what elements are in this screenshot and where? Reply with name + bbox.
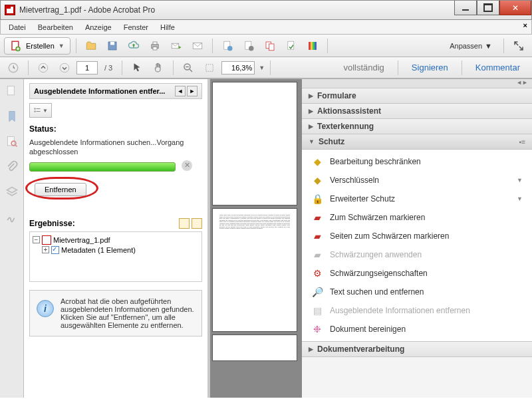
pdf-tool-button[interactable]: [261, 37, 279, 55]
panel-view-button[interactable]: ▼: [29, 103, 52, 118]
toolbar-nav: / 3 ▼ vollständig Signieren Kommentar: [0, 57, 532, 78]
accordion-dokumentverarbeitung[interactable]: ▶Dokumentverarbeitung: [302, 342, 532, 357]
save-button[interactable]: [103, 37, 122, 55]
thumbnail-page-3[interactable]: [212, 334, 297, 361]
fit-label[interactable]: vollständig: [335, 63, 392, 72]
svg-point-21: [39, 63, 48, 72]
results-heading: Ergebnisse:: [29, 219, 75, 228]
svg-rect-14: [269, 44, 274, 51]
close-button[interactable]: ✕: [499, 1, 531, 15]
mark-pages-redaction-item[interactable]: ▰Seiten zum Schwärzen markieren: [302, 227, 532, 245]
tree-file-row[interactable]: − Mietvertrag_1.pdf: [33, 235, 199, 245]
window-titlebar: Mietvertrag_1.pdf - Adobe Acrobat Pro ✕: [0, 0, 532, 20]
sign-tab[interactable]: Signieren: [404, 63, 456, 72]
comment-tab[interactable]: Kommentar: [467, 63, 528, 72]
zoom-input[interactable]: [221, 61, 255, 74]
redaction-properties-item[interactable]: ⚙Schwärzungseigenschaften: [302, 264, 532, 283]
cloud-upload-icon: [128, 40, 140, 52]
print-button[interactable]: [146, 37, 164, 55]
tree-metadata-row[interactable]: + Metadaten (1 Element): [42, 245, 199, 255]
hand-tool-button[interactable]: [149, 59, 168, 76]
remove-button[interactable]: Entfernen: [35, 183, 86, 196]
advanced-protection-item[interactable]: 🔒Erweiterter Schutz▼: [302, 190, 532, 208]
svg-rect-28: [35, 108, 36, 110]
select-tool-button[interactable]: [128, 59, 146, 76]
maximize-button[interactable]: [477, 1, 499, 15]
toolbar-main: Erstellen ▼ Anpassen ▼: [0, 35, 532, 57]
expand-icon: [513, 40, 525, 52]
checkbox-checked-icon[interactable]: [51, 246, 59, 254]
export-button[interactable]: [218, 37, 237, 55]
menu-edit[interactable]: Bearbeiten: [33, 22, 78, 33]
thumbnail-page-1[interactable]: [212, 82, 297, 205]
expand-all-icon[interactable]: [179, 218, 190, 229]
collapse-all-icon[interactable]: [192, 218, 202, 229]
search-icon[interactable]: [5, 135, 19, 148]
create-button[interactable]: Erstellen ▼: [4, 37, 70, 55]
menu-file[interactable]: Datei: [3, 22, 31, 33]
zoom-marquee-button[interactable]: [200, 59, 219, 76]
layers-icon[interactable]: [5, 186, 19, 199]
page-number-input[interactable]: [76, 61, 98, 74]
expand-icon[interactable]: +: [42, 246, 49, 253]
restrict-editing-item[interactable]: ◆Bearbeitung beschränken: [302, 152, 532, 171]
list-icon: [33, 106, 41, 114]
window-controls: ✕: [454, 1, 531, 15]
svg-rect-29: [37, 108, 41, 109]
panel-menu-icon[interactable]: ▪≡: [519, 138, 525, 146]
page-down-button[interactable]: [55, 59, 74, 76]
menu-help[interactable]: Hilfe: [155, 22, 180, 33]
zoom-dropdown-icon[interactable]: ▼: [257, 65, 265, 71]
svg-point-10: [227, 46, 233, 51]
item-label: Schwärzungen anwenden: [330, 250, 422, 259]
item-label: Ausgeblendete Informationen entfernen: [330, 306, 470, 315]
accordion-schutz[interactable]: ▼Schutz▪≡: [302, 134, 532, 150]
encrypt-item[interactable]: ◆Verschlüsseln▼: [302, 171, 532, 190]
status-text: Ausgeblendete Informationen suchen...Vor…: [29, 138, 202, 157]
customize-button[interactable]: Anpassen ▼: [444, 37, 498, 55]
accordion-formulare[interactable]: ▶Formulare: [302, 88, 532, 104]
signatures-icon[interactable]: [5, 211, 19, 224]
cloud-button[interactable]: [124, 37, 143, 55]
cursor-icon: [131, 62, 143, 74]
accordion-label: Aktionsassistent: [317, 106, 381, 116]
accordion-texterkennung[interactable]: ▶Texterkennung: [302, 119, 532, 134]
page-up-button[interactable]: [34, 59, 53, 76]
redact-apply-icon: ▰: [311, 249, 323, 261]
accordion-aktionsassistent[interactable]: ▶Aktionsassistent: [302, 104, 532, 119]
recent-button[interactable]: [4, 59, 23, 76]
thumbnails-icon[interactable]: [5, 84, 19, 98]
tree-metadata-label: Metadaten (1 Element): [61, 246, 136, 254]
floppy-icon: [106, 40, 118, 52]
tools-panel-toggle[interactable]: ◄►: [302, 79, 532, 88]
search-remove-item[interactable]: 🔎Text suchen und entfernen: [302, 283, 532, 301]
collapse-icon[interactable]: −: [33, 236, 40, 243]
panel-title: Ausgeblendete Informationen entfer...: [34, 87, 165, 95]
share-button[interactable]: [167, 37, 186, 55]
app-icon: [5, 5, 15, 15]
accordion-label: Schutz: [319, 137, 344, 146]
email-button[interactable]: [188, 37, 207, 55]
panel-prev-button[interactable]: ◄: [175, 86, 186, 96]
sign-tool-button[interactable]: [282, 37, 301, 55]
fullscreen-button[interactable]: [509, 37, 528, 55]
mark-redaction-item[interactable]: ▰Zum Schwärzen markieren: [302, 208, 532, 227]
create-label: Erstellen: [26, 42, 55, 50]
edit-button[interactable]: [239, 37, 258, 55]
minimize-button[interactable]: [454, 1, 477, 15]
multimedia-button[interactable]: [303, 37, 322, 55]
dropdown-icon: ▼: [43, 108, 48, 114]
progress-cancel-button[interactable]: ✕: [182, 160, 192, 171]
attachments-icon[interactable]: [5, 160, 19, 174]
open-button[interactable]: [82, 37, 100, 55]
hidden-remove-icon: ▤: [311, 305, 323, 317]
zoom-out-button[interactable]: [179, 59, 198, 76]
menu-view[interactable]: Anzeige: [80, 22, 117, 33]
bookmark-icon[interactable]: [5, 110, 19, 123]
menu-window[interactable]: Fenster: [118, 22, 154, 33]
panel-next-button[interactable]: ►: [187, 86, 198, 96]
thumbnail-page-2[interactable]: Lorem ipsum dolor sit amet consectetur a…: [212, 208, 297, 332]
info-icon: i: [37, 300, 54, 317]
menubar-close-icon[interactable]: ×: [523, 21, 527, 29]
sanitize-item[interactable]: ❉Dokument bereinigen: [302, 320, 532, 338]
